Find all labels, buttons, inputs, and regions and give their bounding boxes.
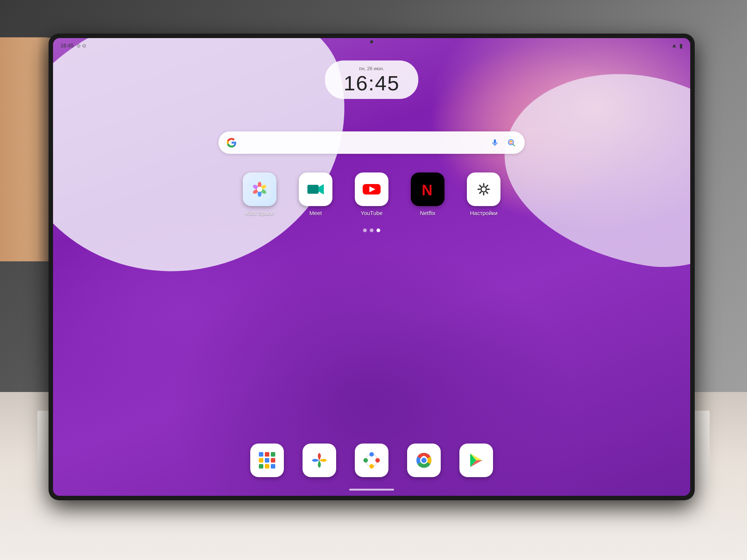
app-meet[interactable]: Meet: [299, 172, 332, 216]
google-logo-icon: [226, 137, 237, 148]
wallpaper-curve-2: [489, 54, 690, 283]
svg-line-28: [486, 185, 488, 187]
svg-line-29: [480, 192, 481, 193]
dock-contacts[interactable]: [250, 444, 284, 477]
page-dot-3: [376, 228, 380, 232]
kids-space-label: Kids Space: [245, 210, 274, 216]
clock-date: пн, 26 июн.: [344, 66, 400, 71]
youtube-label: YouTube: [361, 210, 383, 216]
play-store-icon: [459, 444, 493, 477]
kids-space-icon: [243, 172, 276, 206]
svg-line-2: [513, 144, 515, 146]
svg-point-3: [510, 140, 512, 142]
tablet-frame: 16:45 ⊙ ⊙ ▲ ▮ пн, 26 июн. 16:45: [49, 34, 695, 500]
svg-rect-37: [259, 464, 263, 469]
svg-line-26: [480, 185, 481, 187]
app-grid-row1: Kids Space Meet: [243, 172, 500, 216]
battery-icon: ▮: [679, 42, 683, 49]
svg-rect-39: [271, 464, 275, 469]
svg-point-45: [369, 464, 374, 469]
chrome-icon: [407, 444, 441, 477]
page-dot-2: [370, 228, 374, 232]
svg-point-46: [363, 458, 368, 463]
wifi-icon: ▲: [671, 42, 677, 49]
status-icons: ⊙ ⊙: [77, 43, 86, 49]
app-youtube[interactable]: YouTube: [355, 172, 388, 216]
netflix-label: Netflix: [420, 210, 436, 216]
page-dot-1: [363, 228, 367, 232]
svg-rect-13: [307, 185, 319, 194]
svg-rect-20: [472, 178, 495, 200]
dock-photos[interactable]: [303, 444, 336, 477]
app-settings[interactable]: Настройки: [467, 172, 500, 216]
svg-rect-33: [271, 452, 275, 457]
meet-label: Meet: [309, 210, 322, 216]
svg-rect-38: [265, 464, 269, 469]
search-bar[interactable]: [218, 131, 525, 154]
page-indicators: [363, 228, 380, 232]
dock-chrome[interactable]: [407, 444, 441, 477]
front-camera: [370, 40, 373, 43]
svg-point-43: [369, 452, 374, 457]
svg-point-44: [375, 458, 380, 463]
dock-assistant[interactable]: [355, 444, 388, 477]
app-kids-space[interactable]: Kids Space: [243, 172, 276, 216]
youtube-icon: [355, 172, 388, 206]
svg-rect-35: [265, 458, 269, 463]
svg-rect-36: [271, 458, 275, 463]
dock-play-store[interactable]: [459, 444, 493, 477]
settings-icon: [467, 172, 500, 206]
svg-point-51: [421, 458, 427, 463]
svg-point-11: [257, 187, 262, 192]
status-time: 16:45: [61, 43, 74, 49]
status-right: ▲ ▮: [671, 42, 683, 49]
svg-rect-34: [259, 458, 263, 463]
dock: [250, 444, 493, 477]
search-mic-icon[interactable]: [489, 137, 501, 149]
status-left: 16:45 ⊙ ⊙: [61, 43, 86, 49]
app-netflix[interactable]: N Netflix: [411, 172, 444, 216]
assistant-icon: [355, 444, 388, 477]
meet-icon: [299, 172, 332, 206]
wallpaper: [53, 38, 690, 496]
svg-rect-31: [259, 452, 263, 457]
contacts-icon: [250, 444, 284, 477]
netflix-icon: N: [411, 172, 444, 206]
clock-widget: пн, 26 июн. 16:45: [325, 60, 418, 99]
photos-icon: [303, 444, 336, 477]
search-lens-icon[interactable]: [505, 137, 517, 149]
settings-label: Настройки: [470, 210, 498, 216]
svg-text:N: N: [422, 182, 433, 198]
svg-rect-32: [265, 452, 269, 457]
home-indicator[interactable]: [349, 489, 394, 491]
clock-time: 16:45: [344, 73, 400, 94]
tablet-screen: 16:45 ⊙ ⊙ ▲ ▮ пн, 26 июн. 16:45: [53, 38, 690, 496]
svg-line-27: [486, 192, 488, 193]
